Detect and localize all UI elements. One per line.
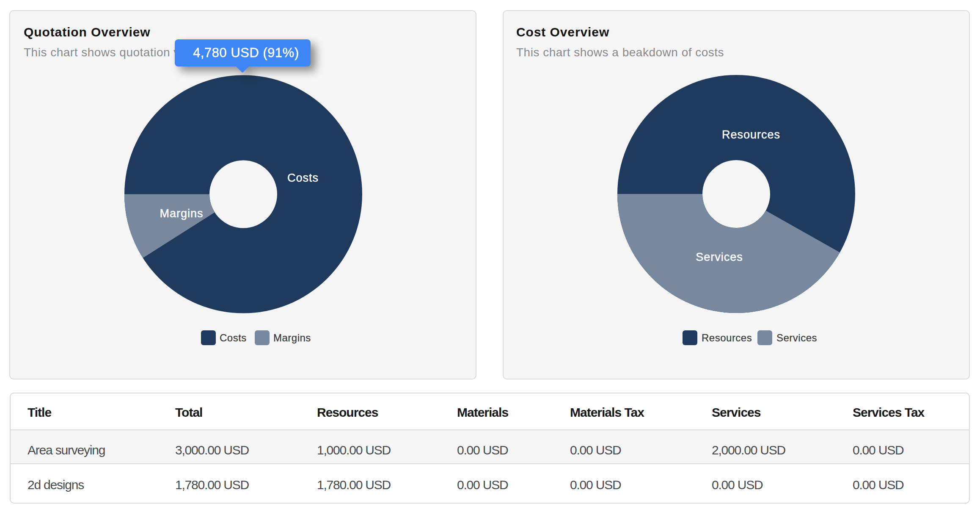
svg-text:Costs: Costs	[287, 172, 319, 184]
svg-text:Resources: Resources	[722, 128, 780, 141]
svg-text:Margins: Margins	[160, 207, 203, 220]
svg-text:Services: Services	[696, 251, 743, 263]
